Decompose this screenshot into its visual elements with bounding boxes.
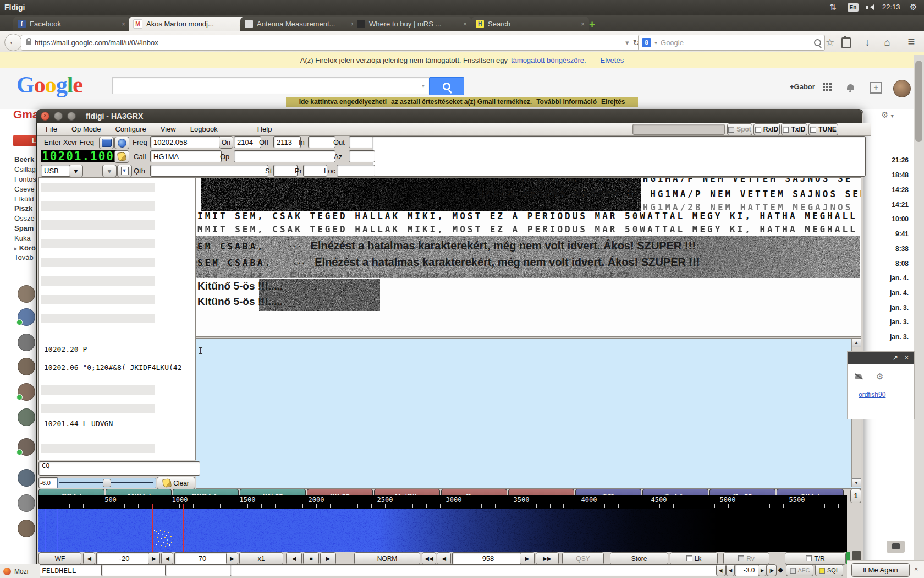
sidebar-item-sent[interactable]: Elküld <box>14 195 34 203</box>
profile-link[interactable]: +Gabor <box>790 83 815 91</box>
close-icon[interactable]: × <box>463 20 467 28</box>
gear-icon[interactable]: ⚙ <box>876 372 883 381</box>
session-gear-icon[interactable]: ⚙ <box>910 2 917 12</box>
txrx-toggle[interactable]: T/R <box>785 552 846 565</box>
txid-toggle[interactable]: TxID <box>781 123 807 135</box>
sidebar-item-starred[interactable]: Csillag <box>14 165 36 173</box>
lock-toggle[interactable]: Lk <box>670 552 718 565</box>
slider-handle[interactable] <box>103 479 111 487</box>
scroll-down-icon[interactable]: ▼ <box>852 478 861 487</box>
scrollbar-thumb[interactable] <box>915 61 922 142</box>
sidebar-item-important[interactable]: Fontos <box>14 175 36 183</box>
scroll-up-icon[interactable]: ▲ <box>852 339 861 347</box>
contact-avatar[interactable] <box>18 494 35 512</box>
freq-up-icon[interactable]: ▶ <box>520 552 535 565</box>
sidebar-item-all-mail[interactable]: Össze <box>14 214 35 222</box>
mute-bell-icon[interactable] <box>855 374 862 379</box>
notifications-bell-icon[interactable] <box>847 84 854 90</box>
small-dropdown-icon[interactable]: ▼ <box>102 165 117 177</box>
clear-rx-button[interactable]: Clear <box>157 477 195 489</box>
download-icon[interactable]: ↓ <box>860 34 875 51</box>
freq-input[interactable]: 10202.058 <box>150 136 222 148</box>
tab-search[interactable]: H Search × <box>471 17 589 31</box>
engine-dropdown-icon[interactable]: ▾ <box>654 40 657 46</box>
menu-view[interactable]: View <box>161 125 176 133</box>
tab-antenna[interactable]: Antenna Measurement... × <box>240 17 359 31</box>
time-on-button[interactable]: On <box>219 136 233 149</box>
afc-toggle[interactable]: AFC <box>786 564 813 576</box>
qth-input[interactable] <box>150 165 268 177</box>
scroll-left-icon[interactable]: ◀ <box>286 552 302 565</box>
macro-edit-input[interactable]: CQ <box>38 461 200 476</box>
scroll-right-icon[interactable]: ▶ <box>320 552 336 565</box>
wf-zoom-button[interactable]: x1 <box>239 552 283 565</box>
menu-op-mode[interactable]: Op Mode <box>72 125 101 133</box>
sql-toggle[interactable]: SQL <box>815 564 843 576</box>
browser-row[interactable]: 10202.06 "0;120#&8( JKIDF4LKU(42 <box>44 363 182 372</box>
gmail-settings-gear-icon[interactable]: ⚙ ▾ <box>881 110 894 120</box>
hide-link[interactable]: Elrejtés <box>601 98 625 106</box>
create-icon[interactable]: + <box>870 82 882 94</box>
supported-browser-link[interactable]: támogatott böngészőre. <box>511 56 586 64</box>
menu-help[interactable]: Help <box>257 125 272 133</box>
close-icon[interactable]: × <box>122 20 125 28</box>
close-icon[interactable]: × <box>905 354 909 362</box>
menu-logbook[interactable]: Logbook <box>190 125 218 133</box>
contact-avatar[interactable] <box>18 520 35 537</box>
search-options-caret-icon[interactable]: ▾ <box>422 83 425 89</box>
close-icon[interactable]: × <box>41 112 50 121</box>
freq-down-icon[interactable]: ◀ <box>437 552 451 565</box>
star-icon[interactable]: ☆ <box>823 34 837 51</box>
search-icon[interactable] <box>814 39 821 46</box>
callbook-button[interactable] <box>99 137 114 149</box>
browser-row[interactable]: 10202.20 P <box>44 345 87 353</box>
notes-input[interactable] <box>372 136 866 177</box>
step-down-icon[interactable]: ◀ <box>726 564 735 576</box>
qsy-button[interactable]: QSY <box>562 552 604 565</box>
contact-avatar[interactable] <box>18 334 35 351</box>
mode-dropdown-icon[interactable]: ▼ <box>69 165 83 177</box>
new-tab-icon[interactable]: + <box>589 18 595 30</box>
store-button[interactable]: Store <box>610 552 668 565</box>
url-bar[interactable]: https://mail.google.com/mail/u/0/#inbox … <box>21 35 645 51</box>
profile-avatar[interactable] <box>893 80 911 97</box>
search-engine-icon[interactable]: 8 <box>642 38 651 47</box>
browser-row[interactable]: 10201.44 L UDVGN <box>44 419 113 428</box>
op-input[interactable] <box>234 150 336 162</box>
menu-file[interactable]: File <box>46 125 57 133</box>
volume-icon[interactable] <box>867 4 874 10</box>
az-input[interactable] <box>349 150 375 162</box>
rxid-toggle[interactable]: RxID <box>754 123 780 135</box>
menu-configure[interactable]: Configure <box>115 125 146 133</box>
bandwidth-cursor[interactable] <box>152 504 184 552</box>
expand-icon[interactable]: ↗ <box>893 354 898 362</box>
contact-avatar[interactable] <box>18 408 35 426</box>
spot-toggle[interactable]: Spot <box>727 123 752 135</box>
wf-speed-button[interactable]: NORM <box>354 552 420 565</box>
tx-pane[interactable]: I ▲ ▼ <box>196 338 861 489</box>
wf-gain-value[interactable]: 70 <box>174 552 230 565</box>
close-icon[interactable]: × <box>581 20 585 28</box>
minimize-icon[interactable]: — <box>54 112 63 121</box>
rig-frequency-display[interactable]: 10201.100 <box>41 150 119 162</box>
audio-freq-value[interactable]: 958 <box>452 552 524 565</box>
wf-mode-button[interactable]: WF <box>38 552 81 565</box>
sidebar-item-trash[interactable]: Kuka <box>14 234 31 242</box>
save-record-button[interactable] <box>117 165 132 177</box>
sidebar-item-more[interactable]: Továb <box>14 253 34 261</box>
minimize-icon[interactable]: — <box>879 354 886 362</box>
squelch-slider[interactable] <box>57 478 156 488</box>
next-icon[interactable]: ▶ <box>226 552 238 565</box>
wf-offset-value[interactable]: -20 <box>96 552 152 565</box>
step-last-icon[interactable]: |▶ <box>767 564 777 576</box>
step-first-icon[interactable]: ◀| <box>716 564 726 576</box>
reverse-toggle[interactable]: Rv <box>723 552 769 565</box>
mode-status[interactable]: FELDHELL <box>38 564 106 576</box>
menu-icon[interactable]: ≡ <box>903 34 920 50</box>
waterfall-display[interactable]: 500 1000 1500 2000 2500 3000 3500 4000 4… <box>38 495 847 552</box>
enable-notifications-link[interactable]: Ide kattintva engedélyezheti <box>299 98 387 106</box>
clock[interactable]: 22:13 <box>882 3 900 11</box>
freq-up-fast-icon[interactable]: ▶▶ <box>536 552 559 565</box>
sidebar-item-inbox[interactable]: Beérk <box>14 155 34 163</box>
prev-icon[interactable]: ◀ <box>161 552 173 565</box>
